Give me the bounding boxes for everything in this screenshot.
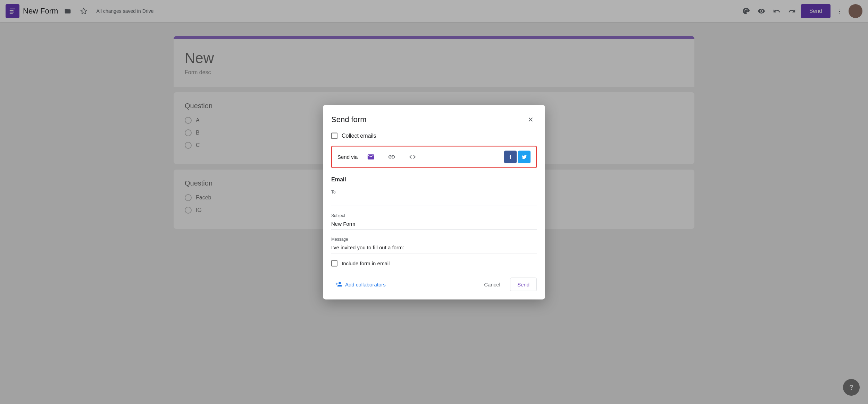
include-form-row: Include form in email [331,260,537,266]
twitter-share-btn[interactable] [518,151,531,163]
subject-field: Subject [331,213,537,230]
dialog-send-button[interactable]: Send [510,277,537,291]
send-via-container: Send via [331,146,537,168]
subject-label: Subject [331,213,537,218]
footer-right: Cancel Send [477,277,537,291]
close-icon: ✕ [528,115,534,123]
dialog-close-button[interactable]: ✕ [524,113,537,126]
dialog-title: Send form [331,115,367,124]
message-field: Message [331,237,537,253]
to-field: To [331,189,537,206]
facebook-icon: f [509,154,511,160]
cancel-button[interactable]: Cancel [477,277,507,291]
include-form-label: Include form in email [342,260,390,266]
social-icons: f [504,151,531,163]
to-label: To [331,189,537,194]
message-input[interactable] [331,243,537,253]
dialog-body: Collect emails Send via [323,132,545,299]
send-via-label: Send via [337,154,358,160]
collect-emails-label: Collect emails [342,132,376,139]
facebook-share-btn[interactable]: f [504,151,517,163]
message-label: Message [331,237,537,241]
collect-emails-row: Collect emails [331,132,537,139]
include-form-checkbox[interactable] [331,260,337,266]
send-via-icons: f [365,151,531,163]
add-collaborators-btn[interactable]: Add collaborators [331,278,390,291]
send-form-dialog: Send form ✕ Collect emails Send via [323,105,545,299]
email-tab-btn[interactable] [365,151,377,163]
email-heading: Email [331,176,537,182]
embed-tab-btn[interactable] [406,151,419,163]
link-tab-btn[interactable] [385,151,398,163]
add-collaborators-label: Add collaborators [345,281,386,287]
collect-emails-checkbox[interactable] [331,132,337,139]
dialog-footer: Add collaborators Cancel Send [331,275,537,291]
subject-input[interactable] [331,219,537,230]
dialog-header: Send form ✕ [323,105,545,132]
to-input[interactable] [331,196,537,206]
